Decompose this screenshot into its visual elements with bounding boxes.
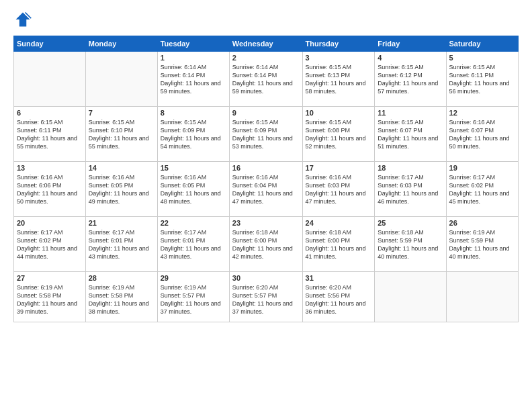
- day-number: 19: [449, 164, 515, 172]
- weekday-header-sunday: Sunday: [14, 36, 86, 52]
- calendar-cell: 4Sunrise: 6:15 AM Sunset: 6:12 PM Daylig…: [375, 52, 446, 107]
- day-info: Sunrise: 6:15 AM Sunset: 6:11 PM Dayligh…: [449, 63, 515, 96]
- day-number: 28: [89, 274, 154, 282]
- calendar-cell: 15Sunrise: 6:16 AM Sunset: 6:05 PM Dayli…: [157, 162, 229, 217]
- day-number: 30: [232, 274, 300, 282]
- day-number: 20: [17, 219, 83, 227]
- calendar-cell: 8Sunrise: 6:15 AM Sunset: 6:09 PM Daylig…: [157, 107, 229, 162]
- day-number: 15: [161, 164, 226, 172]
- day-number: 2: [232, 54, 300, 62]
- day-info: Sunrise: 6:19 AM Sunset: 5:58 PM Dayligh…: [17, 283, 83, 316]
- day-number: 24: [306, 219, 372, 227]
- weekday-header-saturday: Saturday: [446, 36, 518, 52]
- calendar-week-1: 1Sunrise: 6:14 AM Sunset: 6:14 PM Daylig…: [14, 52, 519, 107]
- day-number: 11: [378, 109, 443, 117]
- day-info: Sunrise: 6:17 AM Sunset: 6:03 PM Dayligh…: [378, 173, 443, 206]
- day-info: Sunrise: 6:14 AM Sunset: 6:14 PM Dayligh…: [232, 63, 300, 96]
- calendar-cell: 26Sunrise: 6:19 AM Sunset: 5:59 PM Dayli…: [446, 217, 518, 272]
- day-info: Sunrise: 6:15 AM Sunset: 6:13 PM Dayligh…: [306, 63, 372, 96]
- day-info: Sunrise: 6:17 AM Sunset: 6:01 PM Dayligh…: [161, 228, 226, 261]
- logo-icon: [13, 10, 32, 29]
- calendar-cell: 28Sunrise: 6:19 AM Sunset: 5:58 PM Dayli…: [85, 272, 157, 322]
- day-info: Sunrise: 6:17 AM Sunset: 6:02 PM Dayligh…: [17, 228, 83, 261]
- day-number: 17: [306, 164, 372, 172]
- day-number: 22: [161, 219, 226, 227]
- day-info: Sunrise: 6:18 AM Sunset: 6:00 PM Dayligh…: [306, 228, 372, 261]
- day-number: 18: [378, 164, 443, 172]
- calendar-week-2: 6Sunrise: 6:15 AM Sunset: 6:11 PM Daylig…: [14, 107, 519, 162]
- calendar-cell: 20Sunrise: 6:17 AM Sunset: 6:02 PM Dayli…: [14, 217, 86, 272]
- weekday-header-monday: Monday: [85, 36, 157, 52]
- calendar-cell: 3Sunrise: 6:15 AM Sunset: 6:13 PM Daylig…: [302, 52, 375, 107]
- calendar-cell: [14, 52, 86, 107]
- calendar-cell: 17Sunrise: 6:16 AM Sunset: 6:03 PM Dayli…: [302, 162, 375, 217]
- calendar-cell: 25Sunrise: 6:18 AM Sunset: 5:59 PM Dayli…: [375, 217, 446, 272]
- calendar-week-4: 20Sunrise: 6:17 AM Sunset: 6:02 PM Dayli…: [14, 217, 519, 272]
- day-info: Sunrise: 6:20 AM Sunset: 5:56 PM Dayligh…: [306, 283, 372, 316]
- day-number: 21: [89, 219, 154, 227]
- calendar-cell: 10Sunrise: 6:15 AM Sunset: 6:08 PM Dayli…: [302, 107, 375, 162]
- calendar-cell: 16Sunrise: 6:16 AM Sunset: 6:04 PM Dayli…: [229, 162, 302, 217]
- day-number: 27: [17, 274, 83, 282]
- day-info: Sunrise: 6:15 AM Sunset: 6:11 PM Dayligh…: [17, 118, 83, 151]
- calendar-cell: 2Sunrise: 6:14 AM Sunset: 6:14 PM Daylig…: [229, 52, 302, 107]
- day-number: 31: [306, 274, 372, 282]
- day-info: Sunrise: 6:16 AM Sunset: 6:03 PM Dayligh…: [306, 173, 372, 206]
- day-info: Sunrise: 6:15 AM Sunset: 6:08 PM Dayligh…: [306, 118, 372, 151]
- day-info: Sunrise: 6:18 AM Sunset: 6:00 PM Dayligh…: [232, 228, 300, 261]
- calendar-cell: 7Sunrise: 6:15 AM Sunset: 6:10 PM Daylig…: [85, 107, 157, 162]
- calendar-cell: 30Sunrise: 6:20 AM Sunset: 5:57 PM Dayli…: [229, 272, 302, 322]
- day-number: 8: [161, 109, 226, 117]
- calendar-cell: [446, 272, 518, 322]
- weekday-header-wednesday: Wednesday: [229, 36, 302, 52]
- day-number: 25: [378, 219, 443, 227]
- day-info: Sunrise: 6:14 AM Sunset: 6:14 PM Dayligh…: [161, 63, 226, 96]
- calendar-cell: 29Sunrise: 6:19 AM Sunset: 5:57 PM Dayli…: [157, 272, 229, 322]
- page: SundayMondayTuesdayWednesdayThursdayFrid…: [0, 0, 532, 411]
- day-number: 13: [17, 164, 83, 172]
- day-info: Sunrise: 6:15 AM Sunset: 6:07 PM Dayligh…: [378, 118, 443, 151]
- calendar-week-5: 27Sunrise: 6:19 AM Sunset: 5:58 PM Dayli…: [14, 272, 519, 322]
- calendar-cell: 12Sunrise: 6:16 AM Sunset: 6:07 PM Dayli…: [446, 107, 518, 162]
- calendar-cell: 21Sunrise: 6:17 AM Sunset: 6:01 PM Dayli…: [85, 217, 157, 272]
- calendar: SundayMondayTuesdayWednesdayThursdayFrid…: [13, 36, 519, 322]
- calendar-cell: 9Sunrise: 6:15 AM Sunset: 6:09 PM Daylig…: [229, 107, 302, 162]
- calendar-cell: 1Sunrise: 6:14 AM Sunset: 6:14 PM Daylig…: [157, 52, 229, 107]
- header: [13, 10, 519, 29]
- weekday-header-friday: Friday: [375, 36, 446, 52]
- calendar-cell: 18Sunrise: 6:17 AM Sunset: 6:03 PM Dayli…: [375, 162, 446, 217]
- day-number: 12: [449, 109, 515, 117]
- day-info: Sunrise: 6:20 AM Sunset: 5:57 PM Dayligh…: [232, 283, 300, 316]
- calendar-cell: 11Sunrise: 6:15 AM Sunset: 6:07 PM Dayli…: [375, 107, 446, 162]
- weekday-header-tuesday: Tuesday: [157, 36, 229, 52]
- day-number: 4: [378, 54, 443, 62]
- calendar-cell: 19Sunrise: 6:17 AM Sunset: 6:02 PM Dayli…: [446, 162, 518, 217]
- day-info: Sunrise: 6:16 AM Sunset: 6:05 PM Dayligh…: [161, 173, 226, 206]
- day-number: 14: [89, 164, 154, 172]
- day-number: 6: [17, 109, 83, 117]
- day-info: Sunrise: 6:19 AM Sunset: 5:58 PM Dayligh…: [89, 283, 154, 316]
- weekday-header-thursday: Thursday: [302, 36, 375, 52]
- day-number: 29: [161, 274, 226, 282]
- day-info: Sunrise: 6:15 AM Sunset: 6:10 PM Dayligh…: [89, 118, 154, 151]
- day-number: 3: [306, 54, 372, 62]
- calendar-cell: 22Sunrise: 6:17 AM Sunset: 6:01 PM Dayli…: [157, 217, 229, 272]
- calendar-cell: [375, 272, 446, 322]
- weekday-header-row: SundayMondayTuesdayWednesdayThursdayFrid…: [14, 36, 519, 52]
- day-info: Sunrise: 6:16 AM Sunset: 6:06 PM Dayligh…: [17, 173, 83, 206]
- calendar-cell: 13Sunrise: 6:16 AM Sunset: 6:06 PM Dayli…: [14, 162, 86, 217]
- day-number: 23: [232, 219, 300, 227]
- day-info: Sunrise: 6:18 AM Sunset: 5:59 PM Dayligh…: [378, 228, 443, 261]
- day-info: Sunrise: 6:17 AM Sunset: 6:02 PM Dayligh…: [449, 173, 515, 206]
- day-number: 7: [89, 109, 154, 117]
- day-number: 16: [232, 164, 300, 172]
- calendar-cell: 31Sunrise: 6:20 AM Sunset: 5:56 PM Dayli…: [302, 272, 375, 322]
- day-info: Sunrise: 6:15 AM Sunset: 6:09 PM Dayligh…: [161, 118, 226, 151]
- day-info: Sunrise: 6:16 AM Sunset: 6:07 PM Dayligh…: [449, 118, 515, 151]
- day-info: Sunrise: 6:19 AM Sunset: 5:59 PM Dayligh…: [449, 228, 515, 261]
- day-number: 9: [232, 109, 300, 117]
- calendar-week-3: 13Sunrise: 6:16 AM Sunset: 6:06 PM Dayli…: [14, 162, 519, 217]
- calendar-cell: 5Sunrise: 6:15 AM Sunset: 6:11 PM Daylig…: [446, 52, 518, 107]
- day-info: Sunrise: 6:19 AM Sunset: 5:57 PM Dayligh…: [161, 283, 226, 316]
- calendar-cell: 14Sunrise: 6:16 AM Sunset: 6:05 PM Dayli…: [85, 162, 157, 217]
